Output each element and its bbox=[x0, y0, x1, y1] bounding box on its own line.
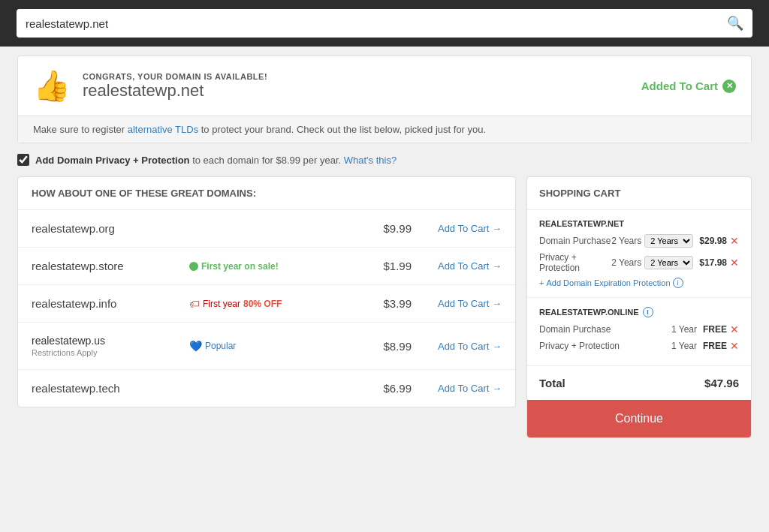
duration-label: 1 Year bbox=[671, 341, 697, 351]
domain-row-badge: 🏷 First year 80% OFF bbox=[189, 298, 351, 310]
main-content: 👍 CONGRATS, YOUR DOMAIN IS AVAILABLE! re… bbox=[5, 47, 764, 447]
cart-domain-title-net: REALESTATEWP.NET bbox=[539, 219, 739, 228]
cart-domain-name-online: REALESTATEWP.ONLINE bbox=[539, 308, 639, 317]
domain-row-badge: First year on sale! bbox=[189, 261, 351, 272]
continue-button[interactable]: Continue bbox=[527, 400, 751, 437]
search-bar: 🔍 bbox=[17, 9, 752, 38]
cart-row-duration: 1 Year bbox=[671, 341, 697, 351]
cart-row-price: $17.98 bbox=[699, 257, 727, 268]
add-expiration-text: Add Domain Expiration Protection bbox=[546, 278, 670, 287]
duration-select[interactable]: 2 Years1 Year bbox=[644, 256, 693, 269]
cart-row-price: $29.98 bbox=[699, 236, 727, 246]
domain-row-price: $9.99 bbox=[359, 222, 412, 235]
cart-row-remove[interactable]: ✕ bbox=[730, 235, 739, 247]
domain-available-card: 👍 CONGRATS, YOUR DOMAIN IS AVAILABLE! re… bbox=[17, 56, 752, 143]
duration-label: 1 Year bbox=[671, 324, 697, 335]
cart-section-net: REALESTATEWP.NET Domain Purchase 2 Years… bbox=[527, 210, 751, 298]
total-price: $47.96 bbox=[704, 377, 739, 389]
cart-row: Domain Purchase 1 Year FREE ✕ bbox=[539, 323, 739, 335]
table-row: realestatewp.us Restrictions Apply 💙 Pop… bbox=[18, 323, 515, 370]
add-to-cart-button[interactable]: Add To Cart → bbox=[419, 383, 502, 394]
domain-row-name: realestatewp.store bbox=[32, 260, 182, 272]
domain-row-price: $1.99 bbox=[359, 260, 412, 272]
total-label: Total bbox=[539, 377, 565, 389]
cart-row: Domain Purchase 2 Years 2 Years1 Year $2… bbox=[539, 234, 739, 248]
table-row: realestatewp.org $9.99 Add To Cart → bbox=[18, 210, 515, 248]
sale-badge: First year on sale! bbox=[189, 261, 279, 272]
congrats-label: CONGRATS, YOUR DOMAIN IS AVAILABLE! bbox=[83, 72, 267, 81]
domain-available-left: 👍 CONGRATS, YOUR DOMAIN IS AVAILABLE! re… bbox=[33, 68, 267, 104]
domain-name-label: realestatewp.net bbox=[83, 81, 267, 101]
cart-header: SHOPPING CART bbox=[527, 177, 751, 210]
alt-notice-text1: Make sure to register bbox=[33, 124, 128, 135]
add-to-cart-button[interactable]: Add To Cart → bbox=[419, 260, 502, 272]
domain-row-name: realestatewp.tech bbox=[32, 382, 182, 395]
domain-row-name: realestatewp.org bbox=[32, 222, 182, 235]
info-icon[interactable]: i bbox=[673, 278, 683, 288]
domains-list-panel: HOW ABOUT ONE OF THESE GREAT DOMAINS: re… bbox=[17, 176, 516, 407]
cart-row-label: Privacy + Protection bbox=[539, 252, 611, 273]
add-to-cart-button[interactable]: Add To Cart → bbox=[419, 223, 502, 234]
sale-badge-text: First year on sale! bbox=[201, 261, 279, 272]
plus-icon: + bbox=[539, 278, 544, 287]
alt-tlds-link[interactable]: alternative TLDs bbox=[128, 124, 198, 135]
dot-icon bbox=[189, 262, 198, 271]
domain-row-price: $6.99 bbox=[359, 382, 412, 395]
add-to-cart-button[interactable]: Add To Cart → bbox=[419, 341, 502, 352]
off-badge: 🏷 First year 80% OFF bbox=[189, 298, 282, 310]
duration-label: 2 Years bbox=[611, 236, 641, 246]
two-col-layout: HOW ABOUT ONE OF THESE GREAT DOMAINS: re… bbox=[17, 176, 752, 438]
cart-row-price: FREE bbox=[703, 341, 727, 351]
domain-row-badge: 💙 Popular bbox=[189, 340, 351, 352]
search-icon[interactable]: 🔍 bbox=[727, 15, 743, 32]
domain-row-name: realestatewp.info bbox=[32, 297, 182, 310]
thumbs-up-icon: 👍 bbox=[33, 68, 71, 104]
cart-row-duration: 2 Years 2 Years1 Year bbox=[611, 234, 693, 248]
off-pct: 80% OFF bbox=[243, 299, 282, 309]
domain-available-text: CONGRATS, YOUR DOMAIN IS AVAILABLE! real… bbox=[83, 72, 267, 101]
add-expiration-link[interactable]: + Add Domain Expiration Protection i bbox=[539, 278, 739, 288]
privacy-checkbox-row: Add Domain Privacy + Protection to each … bbox=[17, 154, 752, 166]
cart-section-online: REALESTATEWP.ONLINE i Domain Purchase 1 … bbox=[527, 298, 751, 366]
cart-total-row: Total $47.96 bbox=[527, 366, 751, 400]
cart-row-label: Domain Purchase bbox=[539, 324, 671, 335]
privacy-rest: to each domain for $8.99 per year. bbox=[190, 155, 344, 166]
cart-row-price: FREE bbox=[703, 324, 727, 335]
alt-notice-text2: to protect your brand. Check out the lis… bbox=[198, 124, 486, 135]
popular-badge: 💙 Popular bbox=[189, 340, 236, 352]
cart-row-label: Domain Purchase bbox=[539, 236, 611, 246]
cart-row-duration: 1 Year bbox=[671, 324, 697, 335]
cart-row: Privacy + Protection 1 Year FREE ✕ bbox=[539, 340, 739, 352]
table-row: realestatewp.info 🏷 First year 80% OFF $… bbox=[18, 285, 515, 323]
cart-domain-title-online: REALESTATEWP.ONLINE i bbox=[539, 307, 739, 317]
whats-this-link[interactable]: What's this? bbox=[344, 155, 397, 166]
domain-name-text: realestatewp.us bbox=[32, 335, 182, 347]
info-circle-icon[interactable]: i bbox=[643, 307, 653, 317]
popular-badge-text: Popular bbox=[205, 341, 236, 351]
cart-row-remove[interactable]: ✕ bbox=[730, 257, 739, 269]
domain-row-sub: Restrictions Apply bbox=[32, 348, 182, 357]
cart-row-remove[interactable]: ✕ bbox=[730, 340, 739, 352]
table-row: realestatewp.tech $6.99 Add To Cart → bbox=[18, 370, 515, 407]
privacy-checkbox[interactable] bbox=[17, 154, 29, 166]
added-to-cart: Added To Cart ✕ bbox=[641, 80, 736, 93]
privacy-label: Add Domain Privacy + Protection to each … bbox=[35, 155, 397, 166]
search-input[interactable] bbox=[26, 17, 727, 30]
cart-row-remove[interactable]: ✕ bbox=[730, 323, 739, 335]
added-to-cart-label: Added To Cart bbox=[641, 80, 718, 92]
duration-select[interactable]: 2 Years1 Year bbox=[644, 234, 693, 248]
domain-row-name: realestatewp.us Restrictions Apply bbox=[32, 335, 182, 357]
duration-label: 2 Years bbox=[611, 257, 641, 268]
domain-available-top: 👍 CONGRATS, YOUR DOMAIN IS AVAILABLE! re… bbox=[18, 56, 751, 116]
added-to-cart-close[interactable]: ✕ bbox=[722, 80, 736, 93]
search-bar-wrapper: 🔍 bbox=[0, 0, 769, 47]
domain-row-price: $8.99 bbox=[359, 340, 412, 353]
domain-alt-notice: Make sure to register alternative TLDs t… bbox=[18, 116, 751, 143]
tag-icon: 🏷 bbox=[189, 298, 200, 310]
cart-panel: SHOPPING CART REALESTATEWP.NET Domain Pu… bbox=[526, 176, 752, 438]
cart-row-duration: 2 Years 2 Years1 Year bbox=[611, 256, 693, 269]
cart-domain-name-net: REALESTATEWP.NET bbox=[539, 219, 624, 228]
cart-row: Privacy + Protection 2 Years 2 Years1 Ye… bbox=[539, 252, 739, 273]
add-to-cart-button[interactable]: Add To Cart → bbox=[419, 298, 502, 309]
heart-icon: 💙 bbox=[189, 340, 202, 352]
